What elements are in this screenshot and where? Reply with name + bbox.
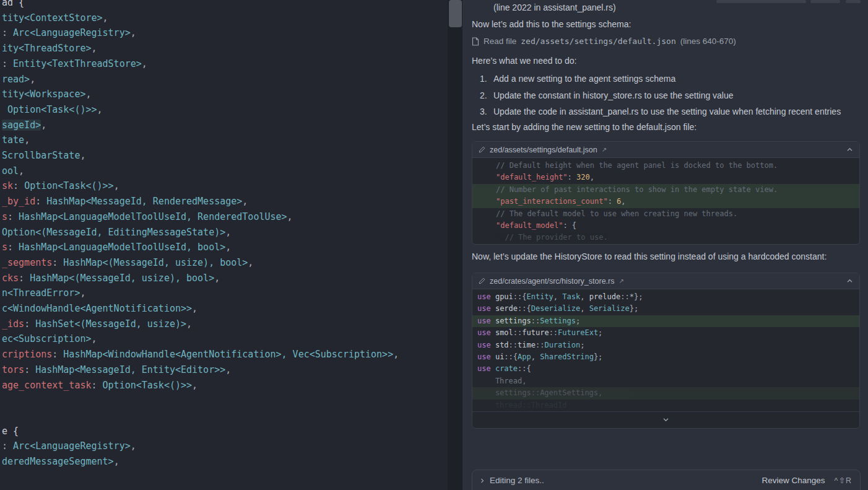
- list-continuation-text: (line 2022 in assistant_panel.rs): [493, 2, 616, 12]
- list-number: 1.: [480, 74, 493, 84]
- code-line: Option<(MessageId, EditingMessageState)>…: [2, 225, 448, 240]
- code-line: settings::AgentSettings,: [472, 387, 859, 399]
- list-item: 1.Add a new setting to the agent setting…: [480, 74, 675, 84]
- list-item-text: Update the constant in history_store.rs …: [493, 90, 734, 100]
- edit-card-default-json: zed/assets/settings/default.json ↗ // De…: [472, 141, 860, 245]
- chevron-right-icon[interactable]: [480, 478, 484, 484]
- list-number: 3.: [480, 107, 493, 116]
- code-line: : Arc<LanguageRegistry>,: [2, 25, 448, 41]
- paragraph-lets-start: Let’s start by adding the new setting to…: [472, 122, 697, 132]
- code-line: criptions: HashMap<WindowHandle<AgentNot…: [2, 347, 448, 362]
- code-line: _ids: HashSet<(MessageId, usize)>,: [2, 317, 448, 332]
- code-line: use crate::{: [472, 363, 859, 375]
- read-file-tool-call[interactable]: Read file zed/assets/settings/default.js…: [472, 37, 736, 46]
- code-line: Thread,: [472, 375, 859, 387]
- code-line: use smol::future::FutureExt;: [472, 327, 859, 339]
- read-file-label: Read file: [484, 37, 516, 46]
- code-line: "default_height": 320,: [472, 172, 859, 183]
- list-item: 2.Update the constant in history_store.r…: [480, 90, 734, 100]
- code-line: read>,: [2, 72, 448, 87]
- code-line: _segments: HashMap<(MessageId, usize), b…: [2, 255, 448, 271]
- open-file-icon[interactable]: ↗: [618, 278, 623, 284]
- code-line: use ui::{App, SharedString};: [472, 351, 859, 363]
- chevron-up-icon[interactable]: [846, 147, 853, 152]
- edits-status-bar: Editing 2 files.. Review Changes ^⇧R: [472, 470, 861, 490]
- clipped-previous-line: [716, 0, 806, 3]
- clipped-previous-line: [810, 0, 840, 3]
- chevron-up-icon[interactable]: [846, 279, 853, 283]
- code-line: s: HashMap<LanguageModelToolUseId, Rende…: [2, 209, 448, 225]
- list-item-text: Update the code in assistant_panel.rs to…: [493, 107, 841, 116]
- open-file-icon[interactable]: ↗: [602, 146, 607, 153]
- code-line: tity<Workspace>,: [2, 87, 448, 102]
- zed-window: ad {tity<ContextStore>,: Arc<LanguageReg…: [0, 0, 868, 490]
- code-line: Option<Task<()>>,: [2, 102, 448, 118]
- code-line: tity<ContextStore>,: [2, 11, 448, 26]
- code-line: // The provider to use.: [472, 232, 859, 243]
- code-line: cks: HashMap<(MessageId, usize), bool>,: [2, 271, 448, 286]
- list-item: 3.Update the code in assistant_panel.rs …: [480, 107, 841, 116]
- paragraph-need-to-do: Here’s what we need to do:: [472, 56, 576, 66]
- code-line: sageId>,: [2, 118, 448, 133]
- code-line: c<WindowHandle<AgentNotification>>,: [2, 301, 448, 317]
- diff-snippet: // Default height when the agent panel i…: [472, 158, 859, 244]
- code-line: "default_model": {: [472, 220, 859, 232]
- edit-card-path[interactable]: zed/crates/agent/src/history_store.rs: [490, 277, 614, 286]
- read-file-range: (lines 640-670): [680, 37, 736, 46]
- editor-scrollbar-thumb[interactable]: [449, 0, 462, 27]
- code-line: sk: Option<Task<()>>,: [2, 178, 448, 194]
- code-line: // Default height when the agent panel i…: [472, 160, 859, 172]
- code-line: use std::time::Duration;: [472, 339, 859, 351]
- edit-card-history-store: zed/crates/agent/src/history_store.rs ↗ …: [472, 273, 860, 429]
- list-item-text: Add a new setting to the agent settings …: [493, 74, 675, 84]
- chevron-down-icon: [662, 418, 669, 422]
- agent-panel: (line 2022 in assistant_panel.rs) Now le…: [462, 0, 868, 490]
- code-line: ity<ThreadStore>,: [2, 41, 448, 56]
- code-line: "past_interactions_count": 6,: [472, 196, 859, 208]
- code-line: ool,: [2, 164, 448, 179]
- editor-code: ad {tity<ContextStore>,: Arc<LanguageReg…: [2, 0, 448, 470]
- code-line: // The default model to use when creatin…: [472, 208, 859, 220]
- code-line: : Arc<LanguageRegistry>,: [2, 439, 448, 454]
- code-line: use serde::{Deserialize, Serialize};: [472, 303, 859, 315]
- code-editor-pane[interactable]: ad {tity<ContextStore>,: Arc<LanguageReg…: [0, 0, 448, 490]
- read-file-path: zed/assets/settings/default.json: [521, 37, 675, 46]
- code-line: thread::ThreadId: [472, 400, 859, 411]
- editor-scrollbar-track[interactable]: [448, 0, 462, 490]
- code-line: _by_id: HashMap<MessageId, RenderedMessa…: [2, 194, 448, 209]
- review-changes-button[interactable]: Review Changes: [762, 476, 825, 485]
- edit-card-path[interactable]: zed/assets/settings/default.json: [490, 146, 597, 154]
- code-line: : Entity<TextThreadStore>,: [2, 56, 448, 72]
- editing-files-label[interactable]: Editing 2 files..: [490, 476, 544, 485]
- code-line: [2, 408, 448, 424]
- code-line: [2, 393, 448, 408]
- code-line: deredMessageSegment>,: [2, 454, 448, 470]
- code-line: ad {: [2, 0, 448, 11]
- code-line: e {: [2, 424, 448, 439]
- code-line: n<ThreadError>,: [2, 286, 448, 301]
- expand-snippet-button[interactable]: [472, 411, 859, 428]
- code-line: tors: HashMap<MessageId, Entity<Editor>>…: [2, 362, 448, 378]
- code-line: // Number of past interactions to show i…: [472, 184, 859, 196]
- review-changes-shortcut: ^⇧R: [835, 476, 852, 485]
- code-line: age_context_task: Option<Task<()>>,: [2, 378, 448, 393]
- list-number: 2.: [480, 90, 493, 100]
- paragraph-settings-schema: Now let’s add this to the settings schem…: [472, 19, 631, 29]
- clipped-previous-line: [846, 0, 861, 3]
- file-icon: [472, 37, 479, 46]
- edit-card-header[interactable]: zed/crates/agent/src/history_store.rs ↗: [472, 273, 859, 289]
- code-line: ec<Subscription>,: [2, 331, 448, 347]
- code-line: use gpui::{Entity, Task, prelude::*};: [472, 291, 859, 303]
- code-line: ScrollbarState,: [2, 148, 448, 164]
- code-line: s: HashMap<LanguageModelToolUseId, bool>…: [2, 240, 448, 255]
- code-line: tate,: [2, 133, 448, 148]
- pencil-icon: [479, 278, 485, 284]
- code-line: use settings::Settings;: [472, 315, 859, 327]
- pencil-icon: [479, 146, 485, 153]
- edit-card-header[interactable]: zed/assets/settings/default.json ↗: [472, 142, 859, 158]
- diff-snippet: use gpui::{Entity, Task, prelude::*};use…: [472, 289, 859, 411]
- paragraph-update-historystore: Now, let’s update the HistoryStore to re…: [472, 252, 827, 261]
